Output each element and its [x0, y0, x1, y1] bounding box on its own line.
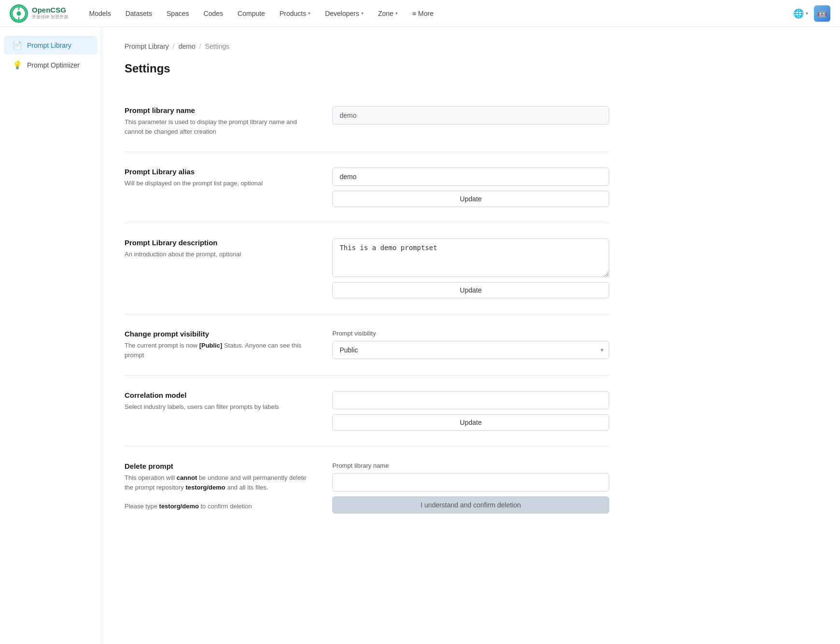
- section-correlation-right: Update: [332, 391, 609, 431]
- delete-label: Delete prompt: [125, 462, 309, 470]
- nav-zone[interactable]: Zone ▾: [372, 7, 404, 20]
- sidebar: 📄 Prompt Library 💡 Prompt Optimizer: [0, 27, 101, 644]
- delete-confirm-button[interactable]: I understand and confirm deletion: [332, 496, 609, 514]
- delete-type-suffix: to confirm deletion: [199, 503, 252, 510]
- page-title: Settings: [125, 62, 609, 75]
- correlation-desc: Select industry labels, users can filter…: [125, 402, 309, 412]
- app-body: 📄 Prompt Library 💡 Prompt Optimizer Prom…: [0, 27, 840, 644]
- logo-icon: [10, 4, 28, 23]
- user-avatar[interactable]: 🤖: [814, 5, 830, 22]
- delete-repo-bold: testorg/demo: [185, 484, 225, 491]
- alias-label: Prompt Library alias: [125, 168, 309, 176]
- section-library-name: Prompt library name This parameter is us…: [125, 91, 609, 152]
- breadcrumb-sep-1: /: [173, 42, 175, 50]
- breadcrumb-prompt-library[interactable]: Prompt Library: [125, 42, 169, 50]
- correlation-update-button[interactable]: Update: [332, 414, 609, 431]
- section-description-left: Prompt Library description An introducti…: [125, 238, 309, 259]
- lightbulb-icon: 💡: [13, 60, 22, 70]
- visibility-select-wrap: Public Private ▾: [332, 341, 609, 359]
- developers-chevron-icon: ▾: [361, 11, 364, 16]
- section-description-right: This is a demo promptset Update: [332, 238, 609, 298]
- delete-cannot-bold: cannot: [177, 474, 197, 481]
- breadcrumb: Prompt Library / demo / Settings: [125, 42, 609, 50]
- description-desc: An introduction about the prompt, option…: [125, 250, 309, 259]
- section-correlation-left: Correlation model Select industry labels…: [125, 391, 309, 412]
- section-visibility-left: Change prompt visibility The current pro…: [125, 330, 309, 360]
- alias-desc: Will be displayed on the prompt list pag…: [125, 179, 309, 188]
- nav-right: 🌐 ▾ 🤖: [793, 5, 830, 22]
- section-library-name-right: [332, 106, 609, 125]
- visibility-desc: The current prompt is now [Public] Statu…: [125, 341, 309, 360]
- section-visibility-right: Prompt visibility Public Private ▾: [332, 330, 609, 359]
- delete-field-label: Prompt library name: [332, 462, 609, 469]
- delete-confirm-input[interactable]: [332, 473, 609, 491]
- section-delete: Delete prompt This operation will cannot…: [125, 447, 609, 529]
- section-library-name-left: Prompt library name This parameter is us…: [125, 106, 309, 136]
- nav-compute[interactable]: Compute: [232, 7, 271, 20]
- products-chevron-icon: ▾: [308, 11, 310, 16]
- navbar: OpenCSG 开放传神 智慧开源 Models Datasets Spaces…: [0, 0, 840, 27]
- logo[interactable]: OpenCSG 开放传神 智慧开源: [10, 4, 68, 23]
- document-icon: 📄: [13, 41, 22, 50]
- visibility-label: Change prompt visibility: [125, 330, 309, 338]
- nav-links: Models Datasets Spaces Codes Compute Pro…: [84, 7, 793, 20]
- delete-type-prefix: Please type: [125, 503, 159, 510]
- sidebar-label-prompt-library: Prompt Library: [27, 42, 71, 49]
- alias-input[interactable]: [332, 168, 609, 186]
- sidebar-label-prompt-optimizer: Prompt Optimizer: [27, 61, 80, 69]
- nav-products[interactable]: Products ▾: [274, 7, 316, 20]
- svg-point-1: [17, 11, 21, 15]
- logo-name: OpenCSG: [32, 6, 68, 14]
- visibility-field-label: Prompt visibility: [332, 330, 609, 337]
- library-name-label: Prompt library name: [125, 106, 309, 114]
- nav-more[interactable]: ≡ More: [406, 7, 439, 20]
- section-delete-right: Prompt library name I understand and con…: [332, 462, 609, 514]
- visibility-select[interactable]: Public Private: [332, 341, 609, 359]
- avatar-icon: 🤖: [817, 9, 827, 18]
- section-visibility: Change prompt visibility The current pro…: [125, 314, 609, 376]
- breadcrumb-demo[interactable]: demo: [179, 42, 196, 50]
- lang-chevron-icon: ▾: [806, 11, 808, 16]
- zone-chevron-icon: ▾: [395, 11, 398, 16]
- sidebar-item-prompt-optimizer[interactable]: 💡 Prompt Optimizer: [4, 56, 97, 74]
- section-delete-left: Delete prompt This operation will cannot…: [125, 462, 309, 511]
- description-update-button[interactable]: Update: [332, 282, 609, 298]
- translate-icon: 🌐: [793, 8, 804, 19]
- delete-desc-prefix: This operation will: [125, 474, 177, 481]
- correlation-input[interactable]: [332, 391, 609, 409]
- section-alias: Prompt Library alias Will be displayed o…: [125, 152, 609, 223]
- main-content: Prompt Library / demo / Settings Setting…: [101, 27, 632, 644]
- alias-update-button[interactable]: Update: [332, 191, 609, 207]
- library-name-input: [332, 106, 609, 125]
- breadcrumb-settings: Settings: [205, 42, 230, 50]
- visibility-desc-bold: [Public]: [199, 342, 223, 349]
- nav-codes[interactable]: Codes: [198, 7, 229, 20]
- sidebar-item-prompt-library[interactable]: 📄 Prompt Library: [4, 36, 97, 55]
- section-correlation: Correlation model Select industry labels…: [125, 376, 609, 447]
- section-alias-right: Update: [332, 168, 609, 207]
- logo-subtitle: 开放传神 智慧开源: [32, 14, 68, 20]
- language-switcher[interactable]: 🌐 ▾: [793, 8, 808, 19]
- library-name-desc: This parameter is used to display the pr…: [125, 117, 309, 136]
- section-description: Prompt Library description An introducti…: [125, 223, 609, 314]
- section-alias-left: Prompt Library alias Will be displayed o…: [125, 168, 309, 188]
- breadcrumb-sep-2: /: [199, 42, 201, 50]
- nav-models[interactable]: Models: [84, 7, 117, 20]
- correlation-label: Correlation model: [125, 391, 309, 399]
- nav-developers[interactable]: Developers ▾: [319, 7, 369, 20]
- nav-datasets[interactable]: Datasets: [120, 7, 158, 20]
- delete-type-bold: testorg/demo: [159, 503, 199, 510]
- description-label: Prompt Library description: [125, 238, 309, 247]
- nav-spaces[interactable]: Spaces: [161, 7, 195, 20]
- delete-desc-suffix: and all its files.: [225, 484, 268, 491]
- delete-desc: This operation will cannot be undone and…: [125, 473, 309, 511]
- description-textarea[interactable]: This is a demo promptset: [332, 238, 609, 277]
- more-icon: ≡: [412, 10, 416, 17]
- visibility-desc-prefix: The current prompt is now: [125, 342, 199, 349]
